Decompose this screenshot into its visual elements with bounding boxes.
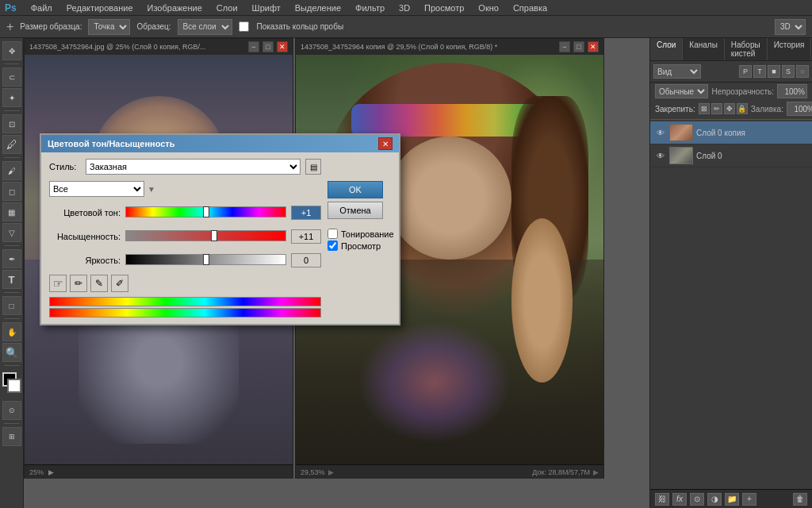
saturation-slider[interactable]	[125, 230, 286, 241]
menu-help[interactable]: Справка	[510, 3, 550, 13]
cancel-button[interactable]: Отмена	[327, 202, 383, 219]
doc1-close[interactable]: ✕	[277, 41, 288, 52]
doc2-maximize[interactable]: □	[573, 41, 584, 52]
saturation-input[interactable]: +11	[291, 229, 321, 244]
screen-mode[interactable]: ⊞	[2, 427, 21, 446]
pencil-tool-icon[interactable]: ✏	[70, 275, 87, 292]
lock-all-icon[interactable]: 🔒	[737, 103, 748, 114]
channel-select[interactable]: Все	[49, 181, 144, 197]
fill-input[interactable]: 100%	[787, 102, 812, 116]
style-label: Стиль:	[49, 162, 81, 171]
layer-0-visibility[interactable]: 👁	[655, 127, 666, 138]
hand-tool[interactable]: ✋	[2, 322, 21, 341]
menu-image[interactable]: Изображение	[144, 3, 205, 13]
filter-smart-icon[interactable]: S	[782, 65, 795, 78]
lock-pixels-icon[interactable]: ✏	[711, 103, 722, 114]
magic-wand-tool[interactable]: ✦	[2, 88, 21, 107]
menu-window[interactable]: Окно	[475, 3, 502, 13]
zoom-tool[interactable]: 🔍	[2, 343, 21, 362]
colorize-label: Тонирование	[341, 229, 394, 239]
tab-brushes[interactable]: Наборы кистей	[725, 38, 768, 60]
panel-search: Вид P T ■ S ○	[650, 61, 812, 83]
doc2-nav-icon[interactable]: ▶	[593, 468, 599, 476]
doc2-info-icon[interactable]: ▶	[328, 468, 334, 476]
lasso-tool[interactable]: ⊂	[2, 67, 21, 87]
dialog-body: Стиль: Заказная ▤ Все	[41, 152, 399, 324]
eraser-tool[interactable]: ◻	[2, 182, 21, 201]
eyedropper-tool[interactable]: 🖊	[2, 135, 21, 154]
render-select[interactable]: 3D	[775, 19, 806, 35]
style-select[interactable]: Заказная	[86, 159, 301, 175]
doc2-controls: − □ ✕	[559, 41, 599, 52]
menu-filter[interactable]: Фильтр	[352, 3, 388, 13]
dialog-title: Цветовой тон/Насыщенность	[48, 139, 175, 148]
opacity-input[interactable]: 100%	[777, 84, 807, 98]
color-sampler-icon[interactable]: ☞	[49, 275, 67, 292]
tab-channels[interactable]: Каналы	[683, 38, 725, 60]
add-style-btn[interactable]: fx	[672, 493, 687, 506]
background-color[interactable]	[7, 379, 21, 393]
filter-text-icon[interactable]: T	[753, 65, 766, 78]
menu-file[interactable]: Файл	[28, 3, 56, 13]
dialog-close-button[interactable]: ✕	[378, 137, 393, 150]
doc2-footer: 29,53% ▶ Док: 28,8M/57,7M ▶	[296, 464, 603, 479]
filter-pixel-icon[interactable]: P	[739, 65, 752, 78]
hue-saturation-dialog[interactable]: Цветовой тон/Насыщенность ✕ Стиль: Заказ…	[40, 133, 400, 325]
hue-slider[interactable]	[125, 206, 286, 217]
quick-mask-mode[interactable]: ⊙	[2, 401, 21, 420]
sample-select[interactable]: Все слои	[178, 19, 232, 35]
style-options-icon[interactable]: ▤	[305, 159, 321, 175]
tab-layers[interactable]: Слои	[650, 38, 683, 60]
layer-item-1[interactable]: 👁 Слой 0	[650, 144, 812, 167]
menu-layers[interactable]: Слои	[213, 3, 241, 13]
brightness-slider[interactable]	[125, 254, 286, 265]
menu-select[interactable]: Выделение	[292, 3, 344, 13]
show-ring-checkbox[interactable]	[239, 21, 249, 32]
delete-layer-btn[interactable]: 🗑	[793, 493, 807, 506]
doc1-controls: − □ ✕	[248, 41, 288, 52]
doc1-minimize[interactable]: −	[248, 41, 259, 52]
link-layers-btn[interactable]: ⛓	[655, 493, 669, 506]
options-bar: + Размер образца: Точка Образец: Все сло…	[0, 16, 812, 38]
preview-checkbox[interactable]	[327, 241, 338, 251]
type-tool[interactable]: T	[2, 270, 21, 289]
doc2-minimize[interactable]: −	[559, 41, 570, 52]
paint-bucket-tool[interactable]: ▽	[2, 223, 21, 242]
shape-tool[interactable]: □	[2, 296, 21, 315]
lock-position-icon[interactable]: ✥	[724, 103, 735, 114]
blend-mode-select[interactable]: Обычные	[655, 84, 708, 98]
brightness-input[interactable]: 0	[291, 253, 321, 267]
doc1-info-icon[interactable]: ▶	[48, 468, 54, 476]
pencil-plus-icon[interactable]: ✐	[111, 275, 128, 292]
new-layer-btn[interactable]: +	[742, 493, 756, 506]
gradient-tool[interactable]: ▦	[2, 202, 21, 221]
lock-transparent-icon[interactable]: ⊠	[699, 103, 710, 114]
filter-shape-icon[interactable]: ■	[768, 65, 780, 78]
colorize-checkbox[interactable]	[327, 229, 338, 239]
adjustment-layer-btn[interactable]: ◑	[707, 493, 722, 506]
menu-edit[interactable]: Редактирование	[63, 3, 136, 13]
brush-tool[interactable]: 🖌	[2, 161, 21, 180]
tab-history[interactable]: История	[768, 38, 812, 60]
menu-view[interactable]: Просмотр	[421, 3, 467, 13]
dialog-titlebar: Цветовой тон/Насыщенность ✕	[41, 135, 399, 152]
doc2-close[interactable]: ✕	[588, 41, 599, 52]
crop-tool[interactable]: ⊡	[2, 114, 21, 133]
menu-3d[interactable]: 3D	[396, 3, 413, 13]
size-select[interactable]: Точка	[88, 19, 130, 35]
layer-item-0[interactable]: 👁 Слой 0 копия	[650, 121, 812, 144]
layer-filter-icons: P T ■ S ○	[739, 65, 809, 78]
ok-button[interactable]: OK	[327, 181, 383, 198]
move-tool[interactable]: ✥	[2, 41, 21, 60]
doc1-maximize[interactable]: □	[262, 41, 274, 52]
layer-filter-select[interactable]: Вид	[653, 64, 701, 79]
layer-1-visibility[interactable]: 👁	[655, 150, 666, 161]
add-mask-btn[interactable]: ⊙	[690, 493, 704, 506]
new-group-btn[interactable]: 📁	[725, 493, 739, 506]
pen-tool[interactable]: ✒	[2, 249, 21, 268]
pencil-minus-icon[interactable]: ✎	[90, 275, 108, 292]
hue-input[interactable]: +1	[291, 206, 321, 220]
filter-toggle-icon[interactable]: ○	[796, 65, 809, 78]
layer-1-name: Слой 0	[696, 152, 807, 160]
menu-type[interactable]: Шрифт	[249, 3, 284, 13]
